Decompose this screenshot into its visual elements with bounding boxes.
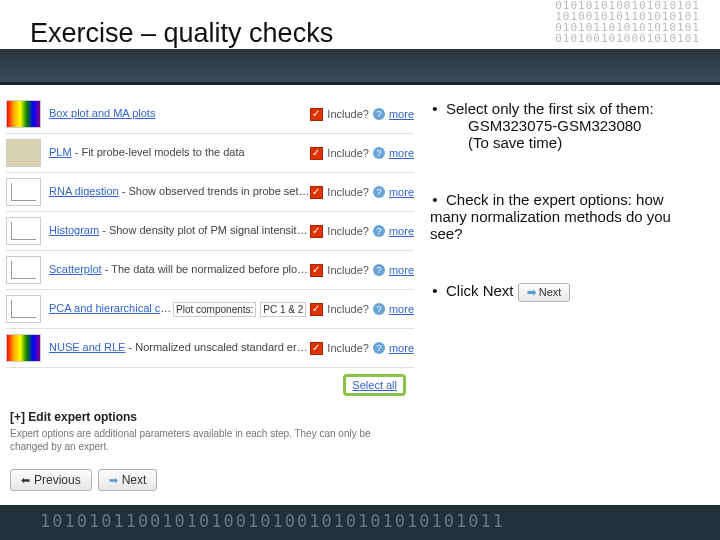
bullet-2-text: Check in the expert options: how many no… (430, 191, 671, 242)
thumb-rna-icon (6, 178, 41, 206)
inline-next-label: Next (539, 286, 562, 298)
expert-body: Expert options are additional parameters… (10, 427, 410, 453)
thumb-boxplot-icon (6, 100, 41, 128)
expert-options[interactable]: [+] Edit expert options Expert options a… (6, 402, 414, 461)
help-icon[interactable]: ? (373, 225, 385, 237)
include-label: Include? (327, 303, 369, 315)
plot-components-label: Plot components: (173, 302, 256, 317)
slide-header: 0101010100101010101 1010010101101010101 … (0, 0, 720, 85)
include-checkbox[interactable] (310, 147, 323, 160)
select-all-link[interactable]: Select all (343, 374, 406, 396)
include-checkbox[interactable] (310, 342, 323, 355)
slide-footer: 10101011001010100101001010101010101011 (0, 505, 720, 540)
bullet-2: •Check in the expert options: how many n… (430, 191, 700, 242)
next-label: Next (122, 473, 147, 487)
include-checkbox[interactable] (310, 108, 323, 121)
include-checkbox[interactable] (310, 264, 323, 277)
previous-button[interactable]: ⬅Previous (10, 469, 92, 491)
more-link[interactable]: more (389, 147, 414, 159)
expert-title: [+] Edit expert options (10, 410, 410, 424)
bullet-3: •Click Next ➡Next (430, 282, 700, 302)
bullet-3-text: Click Next (446, 282, 514, 299)
more-link[interactable]: more (389, 186, 414, 198)
bullet-1: •Select only the first six of them: GSM3… (430, 100, 700, 151)
help-icon[interactable]: ? (373, 264, 385, 276)
help-icon[interactable]: ? (373, 303, 385, 315)
thumb-pca-icon (6, 295, 41, 323)
option-row: Histogram - Show density plot of PM sign… (6, 212, 414, 251)
include-label: Include? (327, 342, 369, 354)
include-label: Include? (327, 264, 369, 276)
help-icon[interactable]: ? (373, 108, 385, 120)
option-row: Box plot and MA plots Include? ? more (6, 95, 414, 134)
option-row: PCA and hierarchical clustering Plot com… (6, 290, 414, 329)
help-icon[interactable]: ? (373, 342, 385, 354)
more-link[interactable]: more (389, 225, 414, 237)
more-link[interactable]: more (389, 264, 414, 276)
more-link[interactable]: more (389, 303, 414, 315)
option-desc: Histogram - Show density plot of PM sign… (49, 224, 310, 237)
instructions: •Select only the first six of them: GSM3… (420, 85, 720, 505)
option-row: NUSE and RLE - Normalized unscaled stand… (6, 329, 414, 368)
help-icon[interactable]: ? (373, 186, 385, 198)
option-desc: RNA digestion - Show observed trends in … (49, 185, 310, 198)
option-row: RNA digestion - Show observed trends in … (6, 173, 414, 212)
thumb-hist-icon (6, 217, 41, 245)
inline-next-button[interactable]: ➡Next (518, 283, 571, 302)
option-desc: PLM - Fit probe-level models to the data (49, 146, 310, 159)
option-desc: PCA and hierarchical clustering (49, 302, 173, 315)
option-desc: NUSE and RLE - Normalized unscaled stand… (49, 341, 310, 354)
slide-title: Exercise – quality checks (30, 18, 333, 49)
include-checkbox[interactable] (310, 186, 323, 199)
next-button[interactable]: ➡Next (98, 469, 158, 491)
option-row: PLM - Fit probe-level models to the data… (6, 134, 414, 173)
arrow-right-icon: ➡ (527, 286, 536, 299)
arrow-left-icon: ⬅ (21, 474, 30, 487)
bullet-1-sub2: (To save time) (468, 134, 700, 151)
footer-digits: 10101011001010100101001010101010101011 (40, 511, 505, 531)
prev-label: Previous (34, 473, 81, 487)
bullet-1-sub1: GSM323075-GSM323080 (468, 117, 700, 134)
more-link[interactable]: more (389, 342, 414, 354)
include-label: Include? (327, 225, 369, 237)
arrow-right-icon: ➡ (109, 474, 118, 487)
include-checkbox[interactable] (310, 225, 323, 238)
option-row: Scatterplot - The data will be normalize… (6, 251, 414, 290)
include-checkbox[interactable] (310, 303, 323, 316)
thumb-scatter-icon (6, 256, 41, 284)
thumb-nuse-icon (6, 334, 41, 362)
more-link[interactable]: more (389, 108, 414, 120)
option-desc: Box plot and MA plots (49, 107, 310, 120)
plot-components-select[interactable]: PC 1 & 2 (260, 302, 306, 317)
option-desc: Scatterplot - The data will be normalize… (49, 263, 310, 276)
help-icon[interactable]: ? (373, 147, 385, 159)
bullet-1-text: Select only the first six of them: (446, 100, 654, 117)
include-label: Include? (327, 147, 369, 159)
options-panel: Box plot and MA plots Include? ? more PL… (0, 85, 420, 505)
include-label: Include? (327, 186, 369, 198)
decorative-digits: 0101010100101010101 1010010101101010101 … (555, 0, 700, 44)
include-label: Include? (327, 108, 369, 120)
thumb-plm-icon (6, 139, 41, 167)
